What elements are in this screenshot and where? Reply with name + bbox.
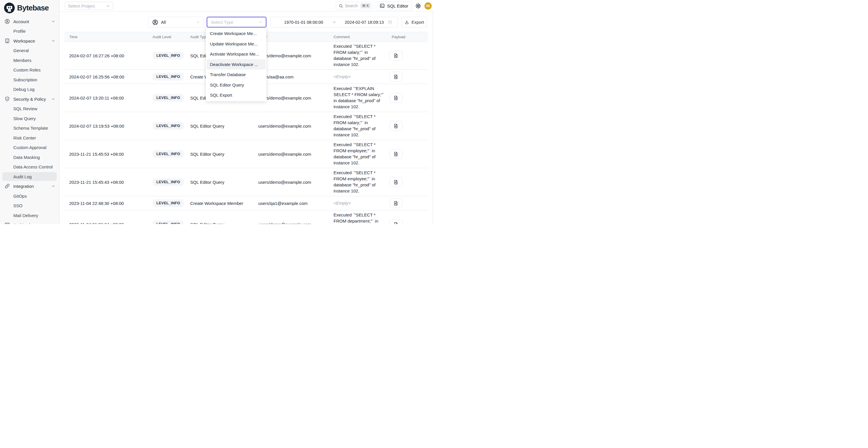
date-range-picker[interactable]: 1970-01-01 08:00:00 2024-02-07 18:09:13 (270, 17, 398, 28)
sidebar-item-archived[interactable]: Archived (0, 220, 60, 224)
user-avatar[interactable]: DE (425, 2, 432, 9)
chevron-down-icon (52, 20, 55, 23)
row-actor: users/demo@example.com (258, 211, 311, 224)
audit-log-content: All Select Type 1970-01-01 08:00:00 2024… (60, 11, 434, 224)
row-comment-text: Executed `"SELECT * FROM salary;"` in da… (334, 114, 386, 138)
payload-view-button[interactable] (390, 177, 402, 187)
sql-editor-button[interactable]: SQL Editor (376, 1, 412, 10)
payload-view-button[interactable] (390, 51, 402, 61)
payload-view-button[interactable] (390, 121, 402, 131)
audit-level-badge: LEVEL_INFO (153, 178, 184, 186)
sidebar-item-debug-log[interactable]: Debug Log (0, 85, 60, 94)
sidebar-item-custom-roles[interactable]: Custom Roles (0, 65, 60, 75)
sidebar-item-slow-query[interactable]: Slow Query (0, 114, 60, 123)
audit-log-row: 2023-11-21 15:45:43 +08:00LEVEL_INFOSQL … (64, 168, 428, 196)
bytebase-logo[interactable]: Bytebase (4, 3, 49, 13)
sidebar-item-integration[interactable]: Integration (0, 182, 60, 191)
type-filter-dropdown: Create Workspace Me...Update Workspace M… (206, 28, 267, 101)
chevron-down-icon (196, 20, 200, 24)
row-time: 2024-02-07 13:20:11 +08:00 (69, 84, 124, 112)
row-audit-level: LEVEL_INFO (153, 196, 184, 210)
type-menu-item-activate-workspace-me[interactable]: Activate Workspace Me... (206, 49, 267, 59)
sidebar-item-members[interactable]: Members (0, 55, 60, 65)
user-circle-icon (4, 19, 10, 24)
type-menu-item-sql-export[interactable]: SQL Export (206, 90, 267, 100)
sidebar-item-schema-template[interactable]: Schema Template (0, 123, 60, 133)
chevron-down-icon (52, 97, 55, 101)
link-icon (4, 183, 10, 189)
sidebar-item-sso[interactable]: SSO (0, 201, 60, 211)
row-comment-text: Executed `"SELECT * FROM employee;"` in … (334, 142, 386, 166)
type-menu-item-update-workspace-me[interactable]: Update Workspace Me... (206, 39, 267, 49)
type-menu-item-deactivate-workspace[interactable]: Deactivate Workspace ... (207, 59, 266, 70)
sidebar-item-subscription[interactable]: Subscription (0, 75, 60, 85)
row-audit-level: LEVEL_INFO (153, 70, 184, 84)
topbar: Select Project Search ⌘ K SQL Editor (60, 0, 434, 11)
audit-level-badge: LEVEL_INFO (153, 94, 184, 102)
project-select[interactable]: Select Project (65, 2, 113, 10)
row-audit-type: SQL Editor Query (190, 140, 224, 168)
search-placeholder: Search (345, 3, 359, 8)
row-audit-level: LEVEL_INFO (153, 140, 184, 168)
sidebar-item-label: Custom Approval (13, 145, 46, 150)
payload-view-button[interactable] (390, 149, 402, 159)
sidebar-item-workspace[interactable]: Workspace (0, 36, 60, 46)
payload-view-button[interactable] (390, 93, 402, 103)
row-comment: Executed `"SELECT * FROM employee;"` in … (334, 168, 386, 196)
type-menu-item-sql-editor-query[interactable]: SQL Editor Query (206, 80, 267, 90)
payload-view-button[interactable] (390, 72, 402, 82)
row-audit-level: LEVEL_INFO (153, 84, 184, 112)
row-audit-type: SQL Editor Query (190, 168, 224, 196)
type-menu-item-transfer-database[interactable]: Transfer Database (206, 69, 267, 80)
search-input[interactable]: Search ⌘ K (336, 2, 373, 10)
export-button[interactable]: Export (402, 17, 427, 28)
row-actor: users/demo@example.com (258, 140, 311, 168)
date-end-value[interactable]: 2024-02-07 18:09:13 (345, 20, 384, 25)
payload-view-button[interactable] (390, 219, 402, 224)
app-window: Bytebase AccountProfileWorkspaceGeneralM… (0, 0, 434, 224)
payload-view-button[interactable] (390, 198, 402, 208)
row-comment: Executed `"SELECT * FROM salary;"` in da… (334, 112, 386, 140)
settings-gear-icon[interactable] (415, 3, 421, 9)
sidebar-item-label: Risk Center (13, 135, 36, 140)
sidebar-item-account[interactable]: Account (0, 17, 60, 26)
row-comment: <Empty> (334, 196, 386, 210)
sidebar-item-custom-approval[interactable]: Custom Approval (0, 143, 60, 153)
column-header-time: Time (69, 35, 77, 39)
sidebar-item-general[interactable]: General (0, 46, 60, 56)
sidebar-item-audit-log[interactable]: Audit Log (0, 171, 60, 182)
sidebar-item-mail-delivery[interactable]: Mail Delivery (0, 211, 60, 220)
row-audit-level: LEVEL_INFO (153, 42, 184, 69)
row-audit-level: LEVEL_INFO (153, 211, 184, 224)
sidebar-item-label: Members (13, 58, 32, 63)
date-start-value[interactable]: 1970-01-01 08:00:00 (284, 20, 323, 25)
column-header-level: Audit Level (153, 35, 171, 39)
sidebar-item-data-access-control[interactable]: Data Access Control (0, 162, 60, 172)
sidebar-item-security-policy[interactable]: Security & Policy (0, 94, 60, 104)
audit-log-row: 2024-02-07 13:19:53 +08:00LEVEL_INFOSQL … (64, 112, 428, 140)
sidebar-item-label: Custom Roles (13, 67, 40, 72)
actor-filter-select[interactable]: All (148, 17, 204, 28)
sidebar-item-risk-center[interactable]: Risk Center (0, 133, 60, 143)
archive-icon (4, 222, 10, 224)
audit-log-row: 2023-11-04 22:48:30 +08:00LEVEL_INFOCrea… (64, 196, 428, 211)
sidebar: Bytebase AccountProfileWorkspaceGeneralM… (0, 0, 60, 224)
scrollbar[interactable] (432, 11, 434, 224)
sidebar-item-sql-review[interactable]: SQL Review (0, 104, 60, 114)
audit-level-badge: LEVEL_INFO (153, 221, 184, 224)
chevron-down-icon (52, 39, 55, 42)
sidebar-item-gitops[interactable]: GitOps (0, 191, 60, 201)
row-audit-level: LEVEL_INFO (153, 168, 184, 196)
type-menu-item-create-workspace-me[interactable]: Create Workspace Me... (206, 28, 267, 39)
type-filter-select[interactable]: Select Type (207, 17, 267, 28)
sidebar-item-label: GitOps (13, 193, 27, 198)
sidebar-item-label: Data Masking (13, 155, 40, 159)
sidebar-item-data-masking[interactable]: Data Masking (0, 152, 60, 162)
row-comment-text: Executed `"SELECT * FROM employee;"` in … (334, 170, 386, 194)
calendar-icon (388, 20, 392, 25)
row-comment-text: Executed `"SELECT * FROM department;"` i… (334, 212, 386, 224)
sidebar-item-profile[interactable]: Profile (0, 26, 60, 36)
actor-filter-value: All (161, 20, 193, 25)
row-audit-type: Create Workspace Member (190, 196, 243, 210)
row-comment-empty: <Empty> (334, 74, 386, 80)
